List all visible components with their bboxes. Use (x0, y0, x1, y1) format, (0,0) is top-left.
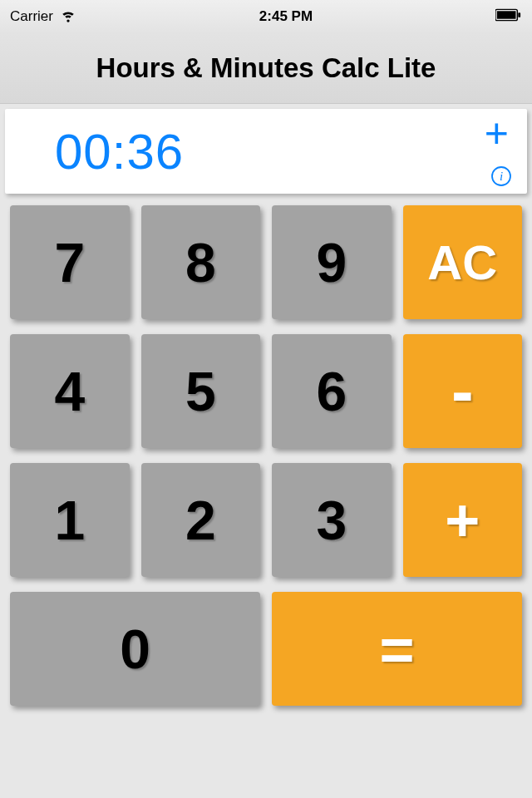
digit-4-button[interactable]: 4 (10, 334, 130, 448)
subtract-button[interactable]: - (403, 334, 523, 448)
keypad-row: 123+ (3, 463, 529, 592)
digit-8-button[interactable]: 8 (141, 205, 261, 319)
add-button[interactable]: + (403, 463, 523, 577)
keypad-row: 456- (3, 334, 529, 463)
battery-icon (495, 8, 522, 26)
digit-0-button[interactable]: 0 (10, 592, 260, 706)
status-bar: Carrier 2:45 PM (0, 0, 532, 33)
digit-3-button[interactable]: 3 (272, 463, 392, 577)
svg-rect-1 (497, 11, 516, 18)
status-time: 2:45 PM (259, 8, 313, 25)
wifi-icon (60, 7, 76, 27)
keypad-row: 0= (3, 592, 529, 721)
all-clear-button[interactable]: AC (403, 205, 523, 319)
info-icon: i (500, 170, 503, 183)
page-title: Hours & Minutes Calc Lite (0, 33, 532, 104)
display-operation: + (485, 112, 509, 154)
digit-6-button[interactable]: 6 (272, 334, 392, 448)
svg-rect-2 (518, 12, 520, 17)
carrier-label: Carrier (10, 8, 53, 25)
digit-7-button[interactable]: 7 (10, 205, 130, 319)
info-button[interactable]: i (490, 165, 512, 187)
display-panel: 00:36 + i (5, 109, 527, 194)
keypad-row: 789AC (3, 205, 529, 334)
digit-9-button[interactable]: 9 (272, 205, 392, 319)
digit-5-button[interactable]: 5 (141, 334, 261, 448)
equals-button[interactable]: = (272, 592, 522, 706)
keypad: 789AC456-123+0= (0, 199, 532, 727)
digit-2-button[interactable]: 2 (141, 463, 261, 577)
display-value: 00:36 (5, 123, 184, 180)
digit-1-button[interactable]: 1 (10, 463, 130, 577)
